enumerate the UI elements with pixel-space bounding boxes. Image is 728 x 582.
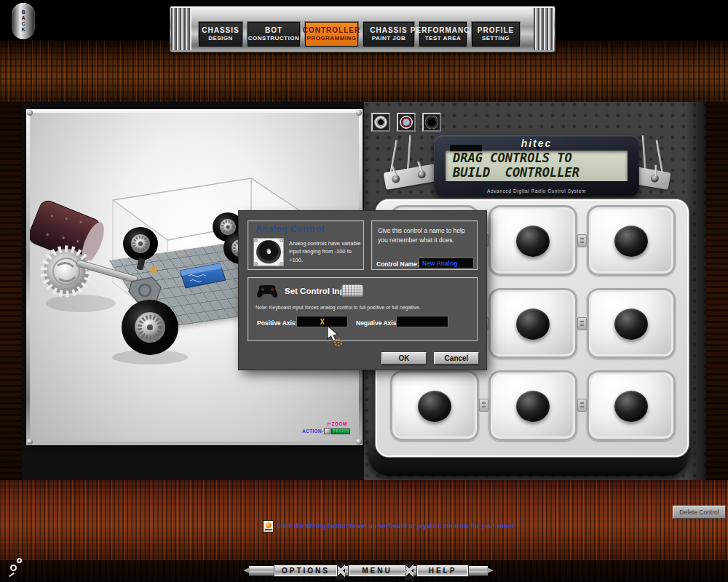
tab-performance-test-area[interactable]: PERFORMANCE TEST AREA [419,22,467,47]
slot-connector-icon [479,399,488,412]
positive-axis-input[interactable] [296,316,348,327]
lcd-text-line1: DRAG CONTROLS TO [446,151,628,165]
control-name-panel: Give this control a name to help you rem… [371,220,478,270]
set-control-input-panel: Set Control Input Note: Keyboard input f… [248,277,478,341]
zoom-slider-track[interactable] [331,428,350,434]
slot-connector-icon [577,234,587,247]
control-slot[interactable] [587,370,676,441]
control-knob-icon [614,226,648,257]
control-name-label: Control Name: [376,260,419,268]
control-slot[interactable] [390,370,479,441]
tab-label: SETTING [482,35,510,42]
tab-profile-setting[interactable]: PROFILE SETTING [472,22,520,47]
hint-row: Click the Wiring button to set up keyboa… [263,520,514,533]
analog-joystick-icon [253,238,284,266]
positive-axis-label: Positive Axis: [257,319,297,327]
frame-screw-icon [356,110,362,116]
toggle-switch-icon [650,174,660,183]
radio-caption: Advanced Digital Radio Control System [434,188,639,194]
gamepad-icon [256,284,279,300]
control-slot[interactable] [488,205,577,276]
tab-label: TEST AREA [425,35,462,42]
viewport-zoom-widget: ZOOM ACTION- [302,421,355,437]
tab-chassis-design[interactable]: CHASSIS DESIGN [199,22,242,47]
control-knob-icon [516,391,550,422]
tab-label: PERFORMANCE [411,26,475,35]
tab-label: CHASSIS [202,26,239,35]
help-button[interactable]: HELP [416,565,469,577]
toggle-switch-icon [391,175,400,184]
tab-chassis-paint-job[interactable]: CHASSIS PAINT JOB [363,22,414,47]
frame-screw-icon [27,439,33,445]
game-screen: BACK CHASSIS DESIGN BOT CONSTRUCTION CON… [0,0,728,582]
slot-connector-icon [577,399,587,412]
slot-connector-icon [577,317,587,330]
frame-screw-icon [27,110,33,116]
keyboard-note: Note: Keyboard input forces analog contr… [256,305,474,310]
ok-button[interactable]: OK [381,352,427,364]
decorative-circuit-dots [6,553,35,579]
tab-label: PROFILE [478,26,514,35]
bottom-menu-bar: OPTIONS MENU HELP [259,561,478,581]
control-name-input[interactable] [419,258,474,268]
tip-icon [263,520,274,533]
analog-stick-icon[interactable] [371,113,390,132]
control-slot[interactable] [587,288,676,359]
action-label: ACTION- [302,428,323,434]
circuit-texture-lower [0,474,728,560]
control-knob-icon [418,391,451,422]
tab-label: CHASSIS [370,26,407,35]
back-button-label: BACK [21,9,26,33]
lcd-model-tag [450,145,482,151]
control-slot[interactable] [488,370,577,441]
control-knob-icon [516,308,550,340]
nav-endcap-left [171,8,191,50]
dialog-title: Analog Control [256,224,324,234]
nav-tabs: CHASSIS DESIGN BOT CONSTRUCTION CONTROLL… [199,22,520,47]
control-knob-icon [614,308,648,340]
tab-label: CONTROLLER [303,26,360,35]
negative-axis-label: Negative Axis: [356,319,398,327]
zoom-bracket-icon [328,423,331,426]
analog-control-description: Analog controls have variable input rang… [289,239,362,264]
menu-button[interactable]: MENU [348,565,406,577]
cancel-button[interactable]: Cancel [434,352,479,364]
top-nav-bar: CHASSIS DESIGN BOT CONSTRUCTION CONTROLL… [170,6,555,52]
tab-label: CONSTRUCTION [248,35,299,42]
zoom-label: ZOOM [328,421,348,426]
negative-axis-input[interactable] [396,316,448,327]
tab-controller-programming[interactable]: CONTROLLER PROGRAMMING [305,22,358,47]
lcd-text-line2: BUILD CONTROLLER [446,165,628,180]
hint-text: Click the Wiring button to set up keyboa… [277,520,514,530]
button-control-icon[interactable] [422,113,441,132]
control-slot[interactable] [488,288,577,359]
control-palette [371,113,441,132]
tab-label: PROGRAMMING [306,35,356,42]
control-name-help: Give this control a name to help you rem… [378,226,474,245]
dial-control-icon[interactable] [397,113,416,132]
radio-lcd-bezel: hitec DRAG CONTROLS TO BUILD CONTROLLER … [434,135,639,196]
control-knob-icon [516,226,550,257]
radio-lcd-screen: DRAG CONTROLS TO BUILD CONTROLLER [446,151,628,181]
back-button[interactable]: BACK [12,3,35,39]
circuit-texture-right-edge [706,102,728,480]
analog-control-info-panel: Analog Control Analog controls have vari… [248,220,364,270]
tab-bot-construction[interactable]: BOT CONSTRUCTION [248,22,300,47]
lcd-contrast-dot [537,146,539,149]
zoom-slider-knob[interactable] [324,428,331,434]
tab-label: PAINT JOB [372,35,406,42]
frame-screw-icon [356,439,362,445]
nav-endcap-right [534,8,554,50]
analog-control-dialog: Analog Control Analog controls have vari… [239,211,486,370]
keyboard-icon [341,284,363,297]
control-slot[interactable] [587,205,676,276]
delete-control-button[interactable]: Delete Control [673,506,726,519]
tab-label: DESIGN [208,35,233,42]
control-knob-icon [614,391,648,422]
toggle-switch-icon [417,170,427,179]
tab-label: BOT [265,26,282,35]
circuit-texture-left-edge [0,102,22,480]
options-button[interactable]: OPTIONS [274,565,338,577]
